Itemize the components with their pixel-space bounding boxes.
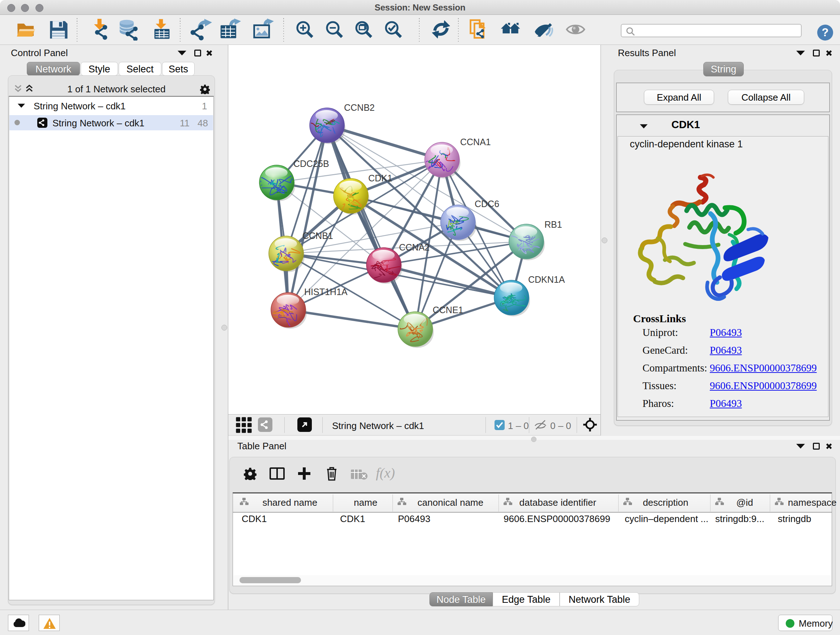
svg-text:CDK1: CDK1 <box>368 173 393 183</box>
svg-text:CCNB1: CCNB1 <box>302 231 333 241</box>
svg-text:CCNB2: CCNB2 <box>344 103 375 112</box>
svg-text:CDC6: CDC6 <box>475 199 499 209</box>
svg-text:CCNA1: CCNA1 <box>460 137 491 147</box>
svg-text:CCNE1: CCNE1 <box>433 305 463 315</box>
svg-text:HIST1H1A: HIST1H1A <box>304 287 347 297</box>
svg-text:RB1: RB1 <box>545 219 562 230</box>
svg-text:CCNA2: CCNA2 <box>399 242 430 252</box>
svg-text:CDC25B: CDC25B <box>294 158 329 169</box>
svg-text:CDKN1A: CDKN1A <box>528 274 565 285</box>
